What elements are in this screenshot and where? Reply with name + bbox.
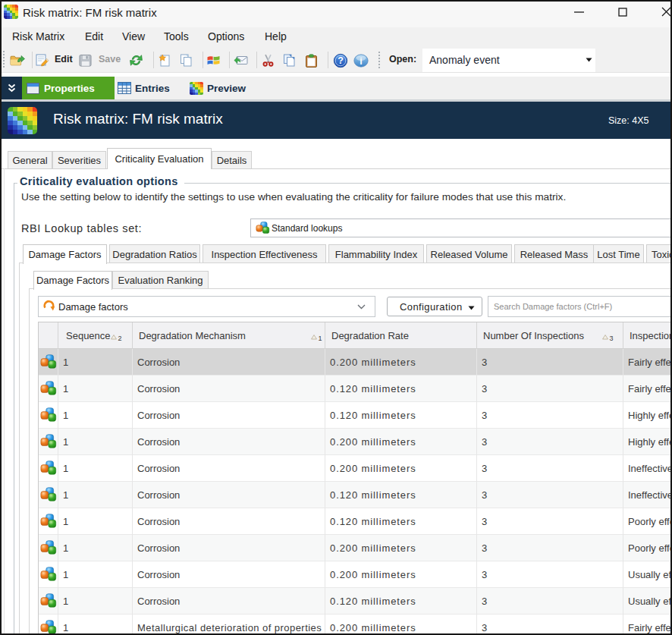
svg-text:?: ? [338,55,344,66]
svg-text:3: 3 [610,335,614,341]
svg-text:i: i [360,56,362,67]
svg-text:2: 2 [118,335,122,341]
svg-text:1: 1 [319,335,322,341]
